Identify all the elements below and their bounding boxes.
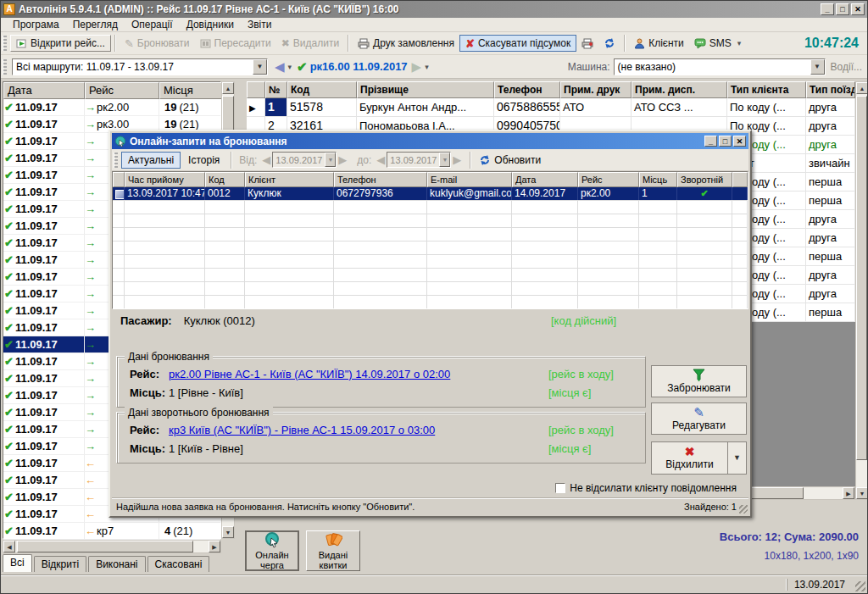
col-trip-type[interactable]: Тип поїзд xyxy=(806,81,855,98)
sms-button[interactable]: SMS ▾ xyxy=(689,36,749,51)
col-email[interactable]: E-mail xyxy=(427,172,512,187)
date-next-icon[interactable]: ▶ xyxy=(453,153,461,166)
menu-item[interactable]: Звіти xyxy=(241,19,279,31)
request-row[interactable] xyxy=(113,241,748,255)
request-row[interactable] xyxy=(113,282,748,296)
booking-trip-link[interactable]: рк2.00 Рівне АС-1 - Київ (АС "КИЇВ") 14.… xyxy=(169,368,450,380)
next-trip-button[interactable]: ▶ xyxy=(412,59,422,75)
open-trip-button[interactable]: Відкрити рейс... xyxy=(10,35,111,52)
combo-arrow-icon[interactable]: ▼ xyxy=(325,153,336,167)
next-trip-dropdown-icon[interactable]: ▾ xyxy=(425,63,429,71)
col-n[interactable]: № xyxy=(265,81,287,98)
return-trip-link[interactable]: кр3 Київ (АС "КИЇВ") - Рівне АС-1 15.09.… xyxy=(169,424,435,436)
col-name[interactable]: Прізвище xyxy=(357,81,494,98)
book-button[interactable]: ✎ Бронювати xyxy=(120,36,195,51)
col-places[interactable]: Місць xyxy=(639,172,677,187)
request-row[interactable] xyxy=(113,214,748,228)
edit-button[interactable]: ✎ Редагувати xyxy=(651,402,747,435)
reseat-button[interactable]: Пересадити xyxy=(195,36,276,51)
col-client-type[interactable]: Тип клієнта xyxy=(727,81,806,98)
scroll-left-icon[interactable]: ◀ xyxy=(3,541,15,552)
combo-arrow-icon[interactable]: ▼ xyxy=(810,59,825,75)
dont-notify-checkbox[interactable] xyxy=(555,483,565,493)
minimize-button[interactable]: _ xyxy=(821,3,834,15)
passengers-vscrollbar[interactable]: ▲ ▼ xyxy=(855,81,868,500)
col-prim-disp[interactable]: Прим. дисп. xyxy=(632,81,727,98)
combo-arrow-icon[interactable]: ▼ xyxy=(439,153,450,167)
print-order-button[interactable]: Друк замовлення xyxy=(353,36,459,51)
delete-button[interactable]: ✖ Видалити xyxy=(276,36,344,51)
close-button[interactable]: ✕ xyxy=(851,3,865,15)
machine-combo[interactable]: (не вказано) ▼ xyxy=(614,58,826,75)
trips-tab[interactable]: Всі xyxy=(3,554,32,572)
book-button[interactable]: Забронювати xyxy=(651,365,747,397)
routes-filter-combo[interactable]: Всі маршрути: 11.09.17 - 13.09.17 ▼ xyxy=(12,58,268,75)
refresh-button[interactable]: Обновити xyxy=(475,153,545,168)
prev-trip-dropdown-icon[interactable]: ▾ xyxy=(288,63,292,71)
request-row[interactable] xyxy=(113,201,748,214)
dialog-close-button[interactable]: ✕ xyxy=(733,136,746,147)
trips-hscrollbar[interactable]: ◀ ▶ xyxy=(3,540,221,553)
dialog-minimize-button[interactable]: _ xyxy=(704,136,717,147)
prev-trip-button[interactable]: ◀ xyxy=(275,59,285,75)
col-reys[interactable]: Рейс xyxy=(85,82,159,99)
col-date[interactable]: Дата xyxy=(3,82,85,99)
menu-item[interactable]: Програма xyxy=(6,19,66,31)
scroll-thumb[interactable] xyxy=(17,541,193,552)
reject-button[interactable]: ✖ Відхилити xyxy=(651,441,728,475)
online-queue-button[interactable]: Онлайн черга xyxy=(245,530,299,571)
date-next-icon[interactable]: ▶ xyxy=(338,153,347,166)
maximize-button[interactable]: □ xyxy=(836,3,849,15)
toolbar-grip[interactable] xyxy=(3,36,7,51)
tab-history[interactable]: Історія xyxy=(182,153,225,168)
request-row[interactable]: 13.09.2017 10:47 0012 Куклюк 0672797936 … xyxy=(113,187,748,201)
resize-grip[interactable] xyxy=(855,581,865,591)
col-time[interactable]: Час прийому xyxy=(125,172,205,187)
menu-item[interactable]: Перегляд xyxy=(66,19,125,31)
col-reys[interactable]: Рейс xyxy=(578,172,639,187)
issued-tickets-button[interactable]: Видані квитки xyxy=(306,530,360,571)
menu-item[interactable]: Операції xyxy=(125,19,180,31)
col-date[interactable]: Дата xyxy=(512,172,578,187)
date-prev-icon[interactable]: ◀ xyxy=(376,153,385,166)
col-code[interactable]: Код xyxy=(287,81,357,98)
trips-tab[interactable]: Скасовані xyxy=(147,556,210,572)
scroll-down-icon[interactable]: ▼ xyxy=(856,487,868,499)
request-row[interactable] xyxy=(113,228,748,241)
col-phone[interactable]: Телефон xyxy=(334,172,427,187)
print-tickets-button[interactable] xyxy=(576,36,598,51)
scroll-right-icon[interactable]: ▶ xyxy=(843,487,854,499)
tab-current[interactable]: Актуальні xyxy=(121,152,181,169)
toolbar-grip[interactable] xyxy=(3,59,7,75)
col-client[interactable]: Клієнт xyxy=(245,172,334,187)
request-row[interactable] xyxy=(113,269,748,282)
combo-arrow-icon[interactable]: ▼ xyxy=(253,59,267,75)
request-row[interactable] xyxy=(113,255,748,269)
trips-tab[interactable]: Виконані xyxy=(88,556,145,572)
toolbar-grip[interactable] xyxy=(114,153,118,168)
request-row[interactable] xyxy=(113,296,748,309)
scroll-right-icon[interactable]: ▶ xyxy=(209,541,220,552)
trip-row[interactable]: ✔11.09.17 ←кр7 4(21) xyxy=(3,523,220,540)
cancel-summary-button[interactable]: ✘ Скасувати підсумок xyxy=(459,35,576,52)
col-return[interactable]: Зворотній xyxy=(677,172,732,187)
current-trip-label[interactable]: рк16.00 11.09.2017 xyxy=(310,60,408,73)
scroll-down-icon[interactable]: ▼ xyxy=(222,526,234,538)
col-code[interactable]: Код xyxy=(205,172,245,187)
col-prim-druk[interactable]: Прим. друк xyxy=(560,81,632,98)
dialog-resize-grip[interactable] xyxy=(739,505,748,514)
col-phone[interactable]: Телефон xyxy=(494,81,560,98)
date-prev-icon[interactable]: ◀ xyxy=(262,153,270,166)
from-date-combo[interactable]: 13.09.2017 ▼ xyxy=(272,152,337,168)
col-places[interactable]: Місця xyxy=(159,82,222,99)
to-date-combo[interactable]: 13.09.2017 ▼ xyxy=(387,152,451,168)
reject-dropdown-button[interactable]: ▼ xyxy=(728,441,747,475)
sms-dropdown-icon[interactable]: ▾ xyxy=(737,39,742,47)
trip-row[interactable]: ✔11.09.17 →рк2.00 19(21) xyxy=(3,99,220,116)
scroll-up-icon[interactable]: ▲ xyxy=(856,82,868,94)
drivers-link[interactable]: Водії... xyxy=(831,61,862,73)
scroll-up-icon[interactable]: ▲ xyxy=(222,82,234,94)
trips-tab[interactable]: Відкриті xyxy=(34,556,86,572)
passenger-row[interactable]: ▶ 1 51578 Буркун Антон Андр... 067588655… xyxy=(247,98,855,117)
dialog-maximize-button[interactable]: □ xyxy=(719,136,732,147)
